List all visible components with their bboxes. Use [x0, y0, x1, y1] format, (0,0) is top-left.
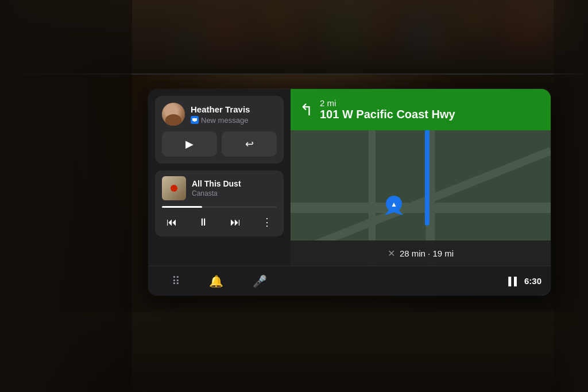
prev-track-button[interactable]: ⏮: [162, 214, 181, 231]
message-preview-text: New message: [201, 116, 248, 125]
music-header: All This Dust Canasta: [162, 176, 277, 200]
music-info: All This Dust Canasta: [192, 179, 277, 197]
dashboard-side-left: [0, 0, 132, 392]
map-eta-bar: ✕ 28 min · 19 mi: [291, 240, 551, 266]
pause-button[interactable]: ⏸: [194, 214, 213, 231]
eta-info: 28 min · 19 mi: [400, 249, 454, 258]
eta-cancel-button[interactable]: ✕: [388, 248, 395, 259]
song-title: All This Dust: [192, 179, 277, 188]
play-message-button[interactable]: ▶: [162, 131, 217, 157]
notifications-button[interactable]: 🔔: [204, 270, 228, 293]
nav-distance: 2 mi: [320, 98, 455, 108]
next-track-button[interactable]: ⏭: [226, 214, 245, 231]
bottom-nav: ⠿ 🔔 🎤: [148, 266, 291, 296]
left-panel: Heather Travis New message ▶ ↩: [148, 89, 291, 296]
message-preview: New message: [191, 116, 277, 125]
dashboard-side-right: [554, 0, 588, 392]
svg-text:▲: ▲: [390, 200, 397, 208]
nav-road-name: 101 W Pacific Coast Hwy: [320, 108, 455, 121]
avatar: [162, 103, 185, 126]
music-controls: ⏮ ⏸ ⏭ ⋮: [162, 214, 277, 231]
message-icon: [191, 116, 199, 124]
contact-name: Heather Travis: [191, 104, 277, 115]
reply-message-button[interactable]: ↩: [222, 131, 277, 157]
artist-name: Canasta: [192, 189, 277, 197]
message-action-buttons: ▶ ↩: [162, 131, 277, 157]
progress-fill: [162, 206, 202, 208]
map-status-bar: ▌▌ 6:30: [291, 266, 551, 296]
nav-header: ↰ 2 mi 101 W Pacific Coast Hwy: [291, 89, 551, 130]
nav-turn-arrow: ↰: [300, 100, 313, 119]
map-panel: ▲ ↰ 2 mi 101 W Pacific Coast Hwy ✕ 28 mi…: [291, 89, 551, 296]
progress-bar[interactable]: [162, 206, 277, 208]
signal-icon: ▌▌: [508, 277, 520, 286]
android-auto-screen: Heather Travis New message ▶ ↩: [148, 89, 551, 296]
play-icon: ▶: [185, 138, 194, 150]
avatar-image: [162, 103, 185, 126]
reply-icon: ↩: [245, 138, 254, 150]
more-options-button[interactable]: ⋮: [257, 214, 277, 231]
message-info: Heather Travis New message: [191, 104, 277, 125]
album-art: [162, 176, 186, 200]
music-card: All This Dust Canasta ⏮ ⏸ ⏭ ⋮: [155, 170, 284, 236]
message-header: Heather Travis New message: [162, 103, 277, 126]
microphone-button[interactable]: 🎤: [248, 270, 272, 293]
time-display: 6:30: [524, 276, 541, 286]
apps-button[interactable]: ⠿: [167, 270, 185, 293]
nav-info: 2 mi 101 W Pacific Coast Hwy: [320, 98, 455, 121]
message-card: Heather Travis New message ▶ ↩: [155, 96, 284, 164]
